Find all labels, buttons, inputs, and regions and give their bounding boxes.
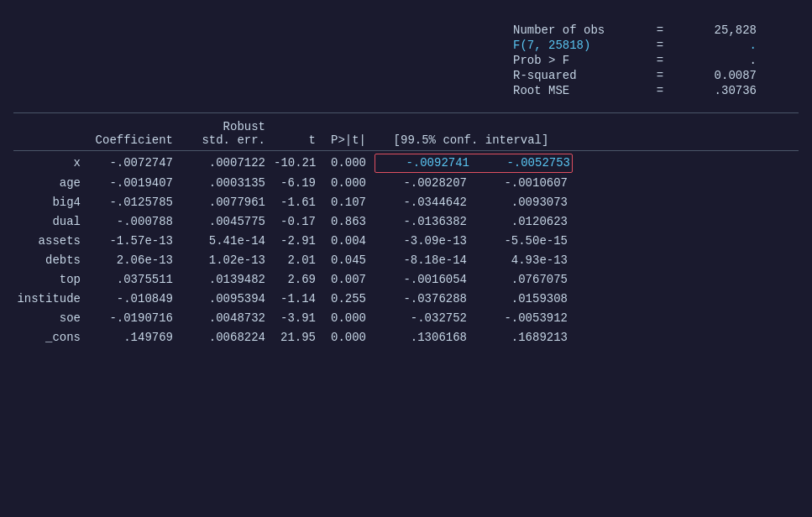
cell-t: 2.69 — [274, 271, 324, 289]
stat-label: Number of obs — [513, 24, 647, 37]
cell-p: 0.000 — [324, 154, 375, 172]
cell-y: institude — [13, 290, 89, 308]
cell-ci1: -.0136382 — [375, 213, 475, 231]
cell-se: .0048732 — [181, 310, 274, 327]
cell-ci2: .0093073 — [475, 194, 568, 212]
table-row: institude-.010849.0095394-1.140.255-.037… — [13, 290, 799, 309]
table-row: top.0375511.01394822.690.007-.0016054.07… — [13, 270, 799, 290]
cell-p: 0.004 — [324, 232, 375, 250]
stat-row: R-squared=0.0087 — [513, 69, 799, 82]
cell-ci1: -.032752 — [375, 310, 475, 327]
cell-ci1: -.0092741 — [377, 154, 478, 172]
ci-highlight-box: -.0092741-.0052753 — [375, 154, 573, 173]
robust-label: Robust — [223, 120, 265, 133]
col-header-se: Robust std. err. — [181, 120, 274, 147]
stat-value: 0.0087 — [673, 69, 757, 82]
cell-y: soe — [13, 310, 89, 327]
cell-ci2: .0767075 — [475, 271, 568, 289]
stat-row: F(7, 25818)=. — [513, 39, 799, 52]
stat-value: .30736 — [673, 84, 757, 97]
table-body: x-.0072747.0007122-10.210.000-.0092741-.… — [13, 153, 799, 347]
cell-ci2: 4.93e-13 — [475, 252, 568, 269]
table-row: x-.0072747.0007122-10.210.000-.0092741-.… — [13, 153, 799, 174]
cell-ci1: -3.09e-13 — [375, 232, 475, 250]
cell-coef: -.0072747 — [89, 154, 181, 172]
stat-eq: = — [647, 24, 673, 37]
table-row: age-.0019407.0003135-6.190.000-.0028207-… — [13, 174, 799, 193]
stat-eq: = — [647, 54, 673, 67]
cell-p: 0.000 — [324, 175, 375, 192]
cell-t: -3.91 — [274, 310, 324, 327]
table-row: big4-.0125785.0077961-1.610.107-.0344642… — [13, 193, 799, 212]
cell-ci1: -.0016054 — [375, 271, 475, 289]
cell-ci1: -.0376288 — [375, 290, 475, 308]
cell-coef: -.0125785 — [89, 194, 181, 212]
cell-coef: -.010849 — [89, 290, 181, 308]
stat-row: Prob > F=. — [513, 54, 799, 67]
cell-coef: 2.06e-13 — [89, 252, 181, 269]
cell-ci2: .0120623 — [475, 213, 568, 231]
cell-se: .0045775 — [181, 213, 274, 231]
stat-label: F(7, 25818) — [513, 39, 647, 52]
cell-t: -2.91 — [274, 232, 324, 250]
stat-row: Root MSE=.30736 — [513, 84, 799, 97]
cell-p: 0.255 — [324, 290, 375, 308]
col-header-ci: [99.5% conf. interval] — [375, 133, 568, 147]
stat-row: Number of obs=25,828 — [513, 24, 799, 37]
stat-value: . — [673, 54, 757, 67]
cell-se: .0003135 — [181, 175, 274, 192]
cell-t: -6.19 — [274, 175, 324, 192]
table-row: dual-.000788.0045775-0.170.863-.0136382.… — [13, 212, 799, 232]
cell-t: -1.61 — [274, 194, 324, 212]
cell-t: -10.21 — [274, 154, 324, 172]
cell-p: 0.000 — [324, 329, 375, 347]
cell-y: x — [13, 154, 89, 172]
cell-y: big4 — [13, 194, 89, 212]
cell-t: -0.17 — [274, 213, 324, 231]
divider-top — [13, 112, 799, 113]
cell-coef: .0375511 — [89, 271, 181, 289]
stat-label: R-squared — [513, 69, 647, 82]
stderr-label: std. err. — [202, 133, 265, 147]
cell-p: 0.107 — [324, 194, 375, 212]
stat-value: 25,828 — [673, 24, 757, 37]
stats-section: Number of obs=25,828F(7, 25818)=.Prob > … — [13, 24, 799, 97]
cell-t: 2.01 — [274, 252, 324, 269]
cell-ci1: .1306168 — [375, 329, 475, 347]
stat-eq: = — [647, 69, 673, 82]
cell-y: dual — [13, 213, 89, 231]
table-row: assets-1.57e-135.41e-14-2.910.004-3.09e-… — [13, 232, 799, 251]
cell-p: 0.000 — [324, 310, 375, 327]
cell-se: .0095394 — [181, 290, 274, 308]
cell-se: .0077961 — [181, 194, 274, 212]
cell-se: .0068224 — [181, 329, 274, 347]
cell-ci1: -8.18e-14 — [375, 252, 475, 269]
col-header-p: P>|t| — [324, 133, 375, 147]
cell-p: 0.007 — [324, 271, 375, 289]
cell-ci2: -.0010607 — [475, 175, 568, 192]
cell-ci2: .0159308 — [475, 290, 568, 308]
cell-y: debts — [13, 252, 89, 269]
col-header-t: t — [274, 133, 324, 147]
cell-y: top — [13, 271, 89, 289]
stat-eq: = — [647, 39, 673, 52]
cell-se: 1.02e-13 — [181, 252, 274, 269]
regression-table: Coefficient Robust std. err. t P>|t| [99… — [13, 120, 799, 347]
cell-ci2: -.0052753 — [478, 154, 570, 172]
table-header: Coefficient Robust std. err. t P>|t| [99… — [13, 120, 799, 151]
cell-ci2: -5.50e-15 — [475, 232, 568, 250]
cell-coef: -1.57e-13 — [89, 232, 181, 250]
cell-y: assets — [13, 232, 89, 250]
cell-p: 0.045 — [324, 252, 375, 269]
cell-t: 21.95 — [274, 329, 324, 347]
table-row: soe-.0190716.0048732-3.910.000-.032752-.… — [13, 309, 799, 328]
stat-label: Prob > F — [513, 54, 647, 67]
cell-ci2: .1689213 — [475, 329, 568, 347]
table-row: debts2.06e-131.02e-132.010.045-8.18e-144… — [13, 251, 799, 270]
cell-coef: -.0019407 — [89, 175, 181, 192]
cell-ci1: -.0028207 — [375, 175, 475, 192]
cell-ci1: -.0344642 — [375, 194, 475, 212]
stat-label: Root MSE — [513, 84, 647, 97]
cell-coef: .149769 — [89, 329, 181, 347]
cell-coef: -.000788 — [89, 213, 181, 231]
